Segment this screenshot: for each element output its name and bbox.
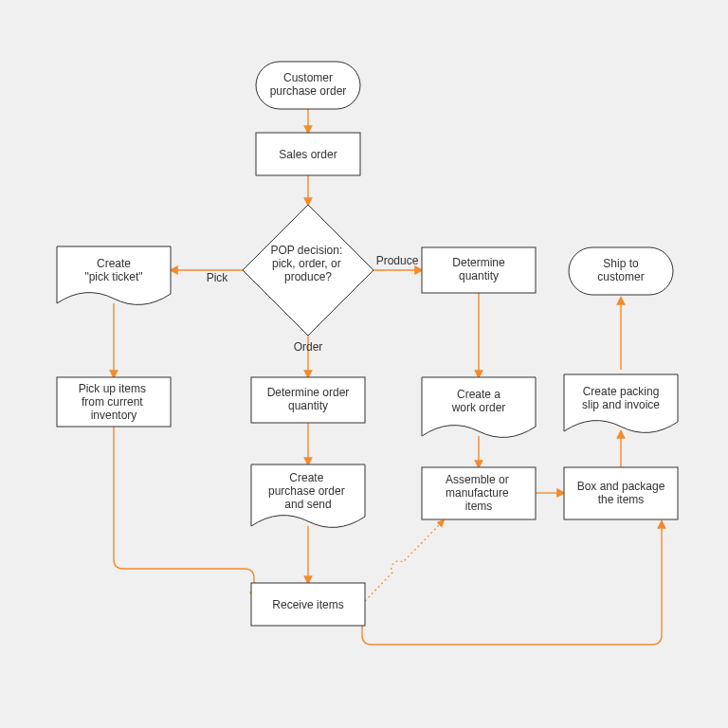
flowchart-canvas: Pick Produce Order Customerpurchase (0, 0, 728, 728)
svg-text:Sales order: Sales order (279, 148, 337, 161)
node-createpo: Create purchase order and send Create pu… (251, 464, 365, 527)
node-ship: Ship tocustomer Ship to customer (569, 247, 673, 295)
node-packslip: Create packingslip and invoice Create pa… (564, 374, 678, 432)
node-sales: Sales order (256, 133, 360, 175)
edge-label-order: Order (294, 340, 323, 354)
node-pickitems: Pick up items from current inventory Pic… (57, 377, 171, 427)
edge-receive-box (362, 521, 662, 645)
node-box: Box and packagethe items Box and package… (564, 467, 678, 519)
node-start: Customerpurchase order Customer purchase… (256, 62, 360, 109)
svg-text:Create packingslip and invoice: Create packingslip and invoice (582, 385, 660, 411)
svg-text:Receive items: Receive items (272, 598, 343, 611)
edge-label-pick: Pick (207, 271, 229, 284)
node-detorderqty: Determine orderquantity Determine order … (251, 377, 365, 423)
node-decision: POP decision: pick, order, or produce? P… (243, 205, 373, 336)
node-detqty: Determinequantity Determine quantity (422, 247, 536, 293)
node-assemble: Assemble or manufacture items Assemble o… (422, 467, 536, 519)
node-workorder: Create awork order Create a work order (422, 377, 536, 437)
node-pickticket: Create"pick ticket" Create "pick ticket" (57, 246, 171, 304)
svg-text:Create awork order: Create awork order (451, 388, 506, 414)
node-receive: Receive items (251, 583, 365, 626)
svg-text:Ship tocustomer: Ship tocustomer (597, 257, 644, 283)
edge-pickitems-receive (114, 427, 254, 599)
edge-receive-assemble (365, 520, 444, 601)
svg-text:Determinequantity: Determinequantity (452, 256, 505, 282)
edge-label-produce: Produce (376, 254, 419, 267)
